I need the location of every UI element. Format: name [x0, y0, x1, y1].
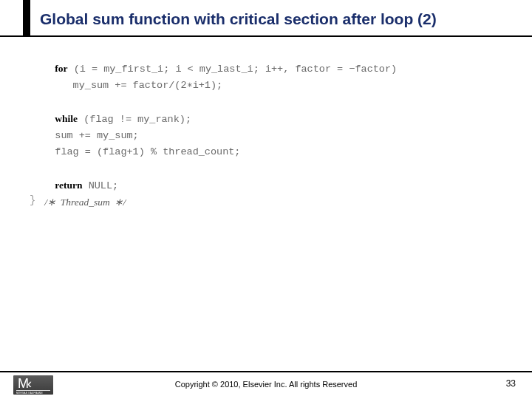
- code-line-6: return NULL;: [37, 177, 510, 194]
- code-blank-1: [37, 95, 510, 111]
- keyword-while: while: [55, 113, 78, 124]
- code-text: (i = my_first_i; i < my_last_i; i++, fac…: [68, 64, 398, 75]
- code-blank-2: [37, 161, 510, 177]
- keyword-for: for: [55, 63, 67, 74]
- code-text: NULL;: [83, 180, 119, 191]
- code-line-1: for (i = my_first_i; i < my_last_i; i++,…: [37, 61, 510, 78]
- title-accent-bar: [23, 0, 30, 37]
- code-line-2: my_sum += factor/(2∗i+1);: [37, 78, 510, 94]
- page-number: 33: [506, 378, 516, 389]
- slide-title: Global sum function with critical sectio…: [40, 10, 437, 28]
- code-block: for (i = my_first_i; i < my_last_i; i++,…: [37, 61, 510, 211]
- code-text: (flag != my_rank);: [78, 114, 191, 125]
- code-close-brace: }: [30, 194, 35, 206]
- code-comment: /∗ Thread_sum ∗/: [37, 197, 126, 208]
- code-line-3: while (flag != my_rank);: [37, 111, 510, 128]
- logo-subtext: MORGAN KAUFMANN: [16, 392, 43, 395]
- title-rule: [0, 35, 532, 37]
- code-line-5: flag = (flag+1) % thread_count;: [37, 144, 510, 160]
- code-line-7: /∗ Thread_sum ∗/: [37, 194, 510, 211]
- slide: Global sum function with critical sectio…: [0, 0, 532, 399]
- copyright-text: Copyright © 2010, Elsevier Inc. All righ…: [0, 380, 532, 389]
- code-line-4: sum += my_sum;: [37, 128, 510, 144]
- footer-rule: [0, 371, 532, 372]
- logo-divider: [16, 390, 50, 391]
- keyword-return: return: [55, 180, 82, 191]
